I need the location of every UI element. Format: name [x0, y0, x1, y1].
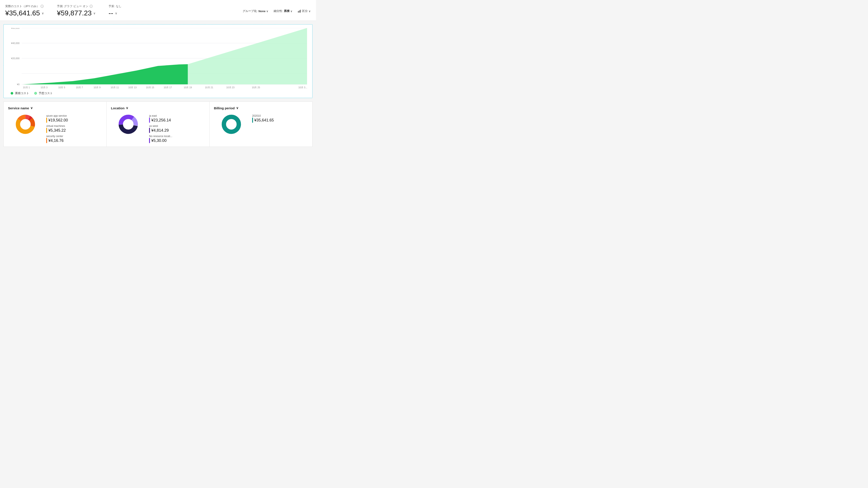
location-legend: ja east ¥23,256.14 us west ¥4,814.29 No …: [149, 113, 205, 143]
billing-period-legend: 202010 ¥35,641.65: [252, 113, 308, 123]
controls-right: グループ化: None ∨ 細分性: 累積 ∨ 区分 ∨: [243, 4, 311, 13]
svg-text:10月 1: 10月 1: [23, 86, 30, 89]
svg-text:10月 23: 10月 23: [226, 86, 235, 89]
svg-text:10月 5: 10月 5: [58, 86, 65, 89]
location-donut-svg: [111, 113, 146, 135]
legend-actual-dot: [11, 92, 13, 95]
svg-text:10月 13: 10月 13: [128, 86, 136, 89]
location-value-group-1: ¥4,814.29: [149, 128, 205, 133]
location-panel: Location ∨ ja east ¥23,256.14: [106, 102, 209, 147]
service-name-header[interactable]: Service name ∨: [8, 106, 102, 110]
service-value-group-0: ¥19,562.00: [46, 118, 102, 123]
location-legend-item-1: us west ¥4,814.29: [149, 125, 205, 133]
service-legend-item-0: azure app service ¥19,562.00: [46, 114, 102, 123]
legend-forecast-dot: [34, 92, 37, 95]
billing-period-panel: Billing period ∨ 202010 ¥35,641.65: [210, 102, 312, 147]
location-header[interactable]: Location ∨: [111, 106, 205, 110]
billing-color-bar-0: [252, 118, 253, 123]
forecast-chevron[interactable]: ∨: [93, 11, 95, 15]
forecast-value: ¥59,877.23 ∨: [57, 9, 95, 17]
service-name-content: azure app service ¥19,562.00 virtual mac…: [8, 113, 102, 143]
billing-period-donut: [214, 113, 249, 133]
svg-text:¥40,000: ¥40,000: [11, 42, 20, 44]
billing-period-header[interactable]: Billing period ∨: [214, 106, 308, 110]
location-value-group-0: ¥23,256.14: [149, 118, 205, 123]
budget-chevron[interactable]: ∨: [115, 11, 117, 15]
view-chevron[interactable]: ∨: [309, 9, 311, 13]
actual-cost-block: 実際のコスト（JPY のみ） i ¥35,641.65 ∨: [5, 4, 44, 17]
legend-forecast: 予想コスト: [34, 91, 53, 95]
service-value-group-2: ¥4,16.76: [46, 138, 102, 143]
service-value-group-1: ¥5,345.22: [46, 128, 102, 133]
billing-legend-item-0: 202010 ¥35,641.65: [252, 114, 308, 123]
chart-legend: 累積コスト 予想コスト: [9, 91, 307, 95]
svg-text:10月 15: 10月 15: [146, 86, 154, 89]
location-value-group-2: ¥5,30.00: [149, 138, 205, 143]
actual-cost-value: ¥35,641.65 ∨: [5, 9, 44, 17]
granularity-chevron[interactable]: ∨: [290, 9, 292, 13]
view-control[interactable]: 区分 ∨: [298, 9, 311, 13]
svg-text:10月 17: 10月 17: [164, 86, 172, 89]
location-color-bar-1: [149, 128, 150, 133]
service-color-bar-2: [46, 138, 47, 143]
granularity-control[interactable]: 細分性: 累積 ∨: [274, 9, 292, 13]
actual-cost-chevron[interactable]: ∨: [42, 11, 44, 15]
billing-period-chevron[interactable]: ∨: [236, 106, 239, 110]
svg-text:10月 11: 10月 11: [111, 86, 119, 89]
location-content: ja east ¥23,256.14 us west ¥4,814.29 No …: [111, 113, 205, 143]
forecast-label: 予測: グラフ ビュー オン i: [57, 4, 95, 8]
svg-marker-12: [188, 28, 307, 85]
budget-value: -- ∨: [108, 9, 121, 17]
billing-period-content: 202010 ¥35,641.65: [214, 113, 308, 133]
chart-area: ¥60,000 ¥40,000 ¥20,000 ¥0 10月 1 10月 3 1…: [9, 28, 307, 89]
service-legend-item-1: virtual machines ¥5,345.22: [46, 125, 102, 133]
budget-block: 予算: なし -- ∨: [108, 4, 121, 17]
groupby-control[interactable]: グループ化: None ∨: [243, 9, 269, 13]
legend-actual: 累積コスト: [11, 91, 29, 95]
location-color-bar-2: [149, 138, 150, 143]
svg-text:¥0: ¥0: [17, 83, 20, 86]
chart-icon: [298, 9, 301, 13]
budget-label: 予算: なし: [108, 4, 121, 8]
svg-text:10月 3...: 10月 3...: [299, 86, 307, 89]
svg-rect-0: [298, 11, 299, 12]
svg-text:10月 21: 10月 21: [205, 86, 213, 89]
svg-rect-2: [300, 10, 301, 12]
service-legend-item-2: security center ¥4,16.76: [46, 135, 102, 143]
service-color-bar-1: [46, 128, 47, 133]
forecast-info-icon[interactable]: i: [90, 5, 93, 8]
location-legend-item-0: ja east ¥23,256.14: [149, 114, 205, 123]
service-color-bar-0: [46, 118, 47, 123]
location-donut: [111, 113, 146, 133]
location-legend-item-2: No resource locati... ¥5,30.00: [149, 135, 205, 143]
svg-marker-13: [23, 64, 188, 85]
svg-text:¥20,000: ¥20,000: [11, 57, 20, 60]
billing-value-group-0: ¥35,641.65: [252, 118, 308, 123]
billing-donut-svg: [214, 113, 249, 135]
bottom-panels: Service name ∨ azure app service: [3, 101, 312, 147]
forecast-block: 予測: グラフ ビュー オン i ¥59,877.23 ∨: [57, 4, 95, 17]
top-header: 実際のコスト（JPY のみ） i ¥35,641.65 ∨ 予測: グラフ ビュ…: [0, 0, 316, 21]
actual-cost-info-icon[interactable]: i: [40, 5, 43, 8]
service-donut-svg: [8, 113, 43, 135]
svg-rect-1: [299, 10, 300, 12]
svg-text:10月 19: 10月 19: [184, 86, 192, 89]
service-name-donut: [8, 113, 43, 133]
svg-text:10月 25: 10月 25: [252, 86, 260, 89]
svg-point-37: [224, 117, 239, 132]
location-color-bar-0: [149, 118, 150, 123]
service-name-legend: azure app service ¥19,562.00 virtual mac…: [46, 113, 102, 143]
chart-section: ¥60,000 ¥40,000 ¥20,000 ¥0 10月 1 10月 3 1…: [3, 24, 312, 98]
location-chevron[interactable]: ∨: [126, 106, 128, 110]
groupby-chevron[interactable]: ∨: [266, 9, 269, 13]
service-name-panel: Service name ∨ azure app service: [4, 102, 106, 147]
svg-text:10月 7: 10月 7: [76, 86, 83, 89]
chart-svg: ¥60,000 ¥40,000 ¥20,000 ¥0 10月 1 10月 3 1…: [9, 28, 307, 89]
service-name-chevron[interactable]: ∨: [30, 106, 33, 110]
actual-cost-label: 実際のコスト（JPY のみ） i: [5, 4, 44, 8]
svg-text:10月 9: 10月 9: [94, 86, 100, 89]
svg-text:¥60,000: ¥60,000: [11, 28, 20, 29]
svg-text:10月 3: 10月 3: [40, 86, 48, 89]
